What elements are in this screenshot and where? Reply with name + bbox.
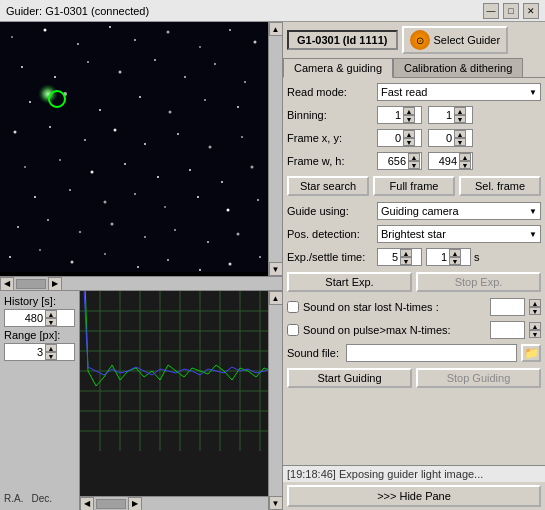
range-spinbox[interactable]: ▲ ▼: [4, 343, 75, 361]
hide-pane-button[interactable]: >>> Hide Pane: [287, 485, 541, 507]
binning-y-input[interactable]: [429, 109, 454, 121]
tab-calibration-dithering[interactable]: Calibration & dithering: [393, 58, 523, 77]
sound-file-input[interactable]: [346, 344, 517, 362]
binning-x-up[interactable]: ▲: [403, 107, 415, 115]
frame-w-up[interactable]: ▲: [408, 153, 420, 161]
read-mode-dropdown[interactable]: Fast read ▼: [377, 83, 541, 101]
sound-lost-label: Sound on star lost N-times :: [303, 301, 439, 313]
select-guider-button[interactable]: ⊙ Select Guider: [402, 26, 509, 54]
graph-scroll-down[interactable]: ▼: [269, 496, 283, 510]
frame-y-up[interactable]: ▲: [454, 130, 466, 138]
settle-input[interactable]: [427, 251, 449, 263]
sel-frame-button[interactable]: Sel. frame: [459, 176, 541, 196]
binning-x-input[interactable]: [378, 109, 403, 121]
tab-camera-guiding[interactable]: Camera & guiding: [283, 58, 393, 78]
sound-pulse-row: Sound on pulse>max N-times: ▲ ▼: [287, 320, 541, 340]
maximize-button[interactable]: □: [503, 3, 519, 19]
settle-up[interactable]: ▲: [449, 249, 461, 257]
guide-using-label: Guide using:: [287, 205, 377, 217]
sound-pulse-checkbox[interactable]: [287, 324, 299, 336]
sound-lost-row: Sound on star lost N-times : ▲ ▼: [287, 297, 541, 317]
scroll-right-arrow[interactable]: ▶: [48, 277, 62, 291]
star-field-scrollbar[interactable]: ▲ ▼: [268, 22, 282, 276]
frame-h-field[interactable]: ▲ ▼: [428, 152, 473, 170]
start-guiding-button[interactable]: Start Guiding: [287, 368, 412, 388]
start-exp-button[interactable]: Start Exp.: [287, 272, 412, 292]
exp-up[interactable]: ▲: [400, 249, 412, 257]
exp-settle-label: Exp./settle time:: [287, 251, 377, 263]
sound-lost-checkbox[interactable]: [287, 301, 299, 313]
exp-field[interactable]: ▲ ▼: [377, 248, 422, 266]
frame-w-down[interactable]: ▼: [408, 161, 420, 169]
sound-pulse-down[interactable]: ▼: [529, 330, 541, 338]
sound-lost-up[interactable]: ▲: [529, 299, 541, 307]
star-search-button[interactable]: Star search: [287, 176, 369, 196]
status-message: [19:18:46] Exposing guider light image..…: [287, 468, 483, 480]
frame-y-input[interactable]: [429, 132, 454, 144]
graph-vscrollbar[interactable]: ▲ ▼: [268, 291, 282, 510]
guide-using-dropdown[interactable]: Guiding camera ▼: [377, 202, 541, 220]
frame-wh-label: Frame w, h:: [287, 155, 377, 167]
star-field-hscrollbar[interactable]: ◀ ▶: [0, 276, 282, 290]
settle-down[interactable]: ▼: [449, 257, 461, 265]
sound-pulse-up[interactable]: ▲: [529, 322, 541, 330]
range-down-btn[interactable]: ▼: [45, 352, 57, 360]
full-frame-button[interactable]: Full frame: [373, 176, 455, 196]
pos-detection-label: Pos. detection:: [287, 228, 377, 240]
guider-id-button[interactable]: G1-0301 (Id 1111): [287, 30, 398, 50]
range-up-btn[interactable]: ▲: [45, 344, 57, 352]
range-input[interactable]: [5, 346, 45, 358]
frame-x-up[interactable]: ▲: [403, 130, 415, 138]
binning-y-down[interactable]: ▼: [454, 115, 466, 123]
sound-pulse-value[interactable]: [490, 321, 525, 339]
graph-scroll-right[interactable]: ▶: [128, 497, 142, 511]
settle-unit: s: [474, 251, 480, 263]
history-input[interactable]: [5, 312, 45, 324]
main-container: ▲ ▼ ◀ ▶ History [s]: ▲ ▼: [0, 22, 545, 510]
graph-scroll-left[interactable]: ◀: [80, 497, 94, 511]
read-mode-label: Read mode:: [287, 86, 377, 98]
scroll-left-arrow[interactable]: ◀: [0, 277, 14, 291]
graph-scroll-up[interactable]: ▲: [269, 291, 283, 305]
sound-lost-value[interactable]: [490, 298, 525, 316]
scroll-down-arrow[interactable]: ▼: [269, 262, 283, 276]
exp-input[interactable]: [378, 251, 400, 263]
pos-detection-arrow: ▼: [529, 230, 537, 239]
sound-file-row: Sound file: 📁: [287, 343, 541, 363]
frame-w-field[interactable]: ▲ ▼: [377, 152, 422, 170]
binning-x-down[interactable]: ▼: [403, 115, 415, 123]
binning-y-up[interactable]: ▲: [454, 107, 466, 115]
guide-header: G1-0301 (Id 1111) ⊙ Select Guider: [283, 22, 545, 58]
close-button[interactable]: ✕: [523, 3, 539, 19]
pos-detection-row: Pos. detection: Brightest star ▼: [287, 224, 541, 244]
exp-down[interactable]: ▼: [400, 257, 412, 265]
binning-row: Binning: ▲ ▼ ▲ ▼: [287, 105, 541, 125]
frame-w-input[interactable]: [378, 155, 408, 167]
guide-using-arrow: ▼: [529, 207, 537, 216]
history-down-btn[interactable]: ▼: [45, 318, 57, 326]
frame-h-up[interactable]: ▲: [459, 153, 471, 161]
frame-xy-label: Frame x, y:: [287, 132, 377, 144]
history-up-btn[interactable]: ▲: [45, 310, 57, 318]
browse-folder-button[interactable]: 📁: [521, 344, 541, 362]
graph-hscrollbar[interactable]: ◀ ▶: [80, 496, 268, 510]
frame-x-input[interactable]: [378, 132, 403, 144]
frame-x-field[interactable]: ▲ ▼: [377, 129, 422, 147]
stop-exp-button[interactable]: Stop Exp.: [416, 272, 541, 292]
stop-guiding-button[interactable]: Stop Guiding: [416, 368, 541, 388]
history-spinbox[interactable]: ▲ ▼: [4, 309, 75, 327]
dec-label: Dec.: [31, 493, 52, 504]
frame-h-down[interactable]: ▼: [459, 161, 471, 169]
sound-lost-down[interactable]: ▼: [529, 307, 541, 315]
binning-y-field[interactable]: ▲ ▼: [428, 106, 473, 124]
scroll-up-arrow[interactable]: ▲: [269, 22, 283, 36]
frame-y-field[interactable]: ▲ ▼: [428, 129, 473, 147]
minimize-button[interactable]: —: [483, 3, 499, 19]
binning-x-field[interactable]: ▲ ▼: [377, 106, 422, 124]
pos-detection-dropdown[interactable]: Brightest star ▼: [377, 225, 541, 243]
settle-field[interactable]: ▲ ▼: [426, 248, 471, 266]
frame-h-input[interactable]: [429, 155, 459, 167]
frame-x-down[interactable]: ▼: [403, 138, 415, 146]
frame-y-down[interactable]: ▼: [454, 138, 466, 146]
read-mode-row: Read mode: Fast read ▼: [287, 82, 541, 102]
